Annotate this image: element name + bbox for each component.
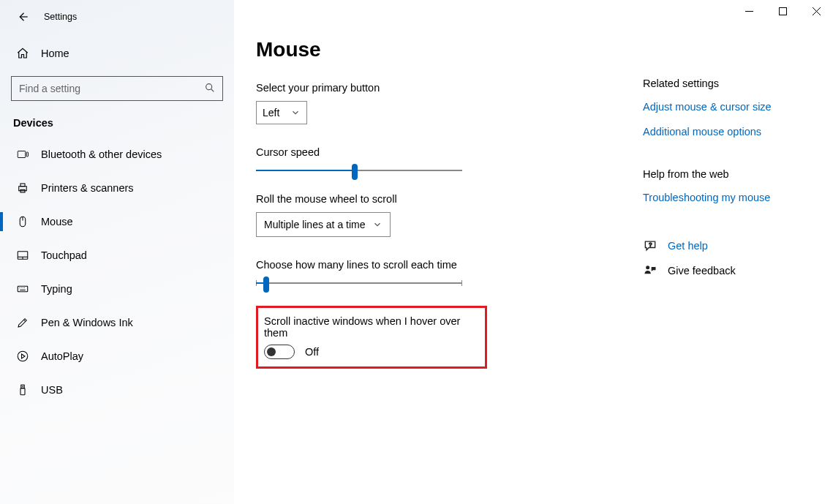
sidebar-item-mouse[interactable]: Mouse [0, 205, 234, 238]
svg-rect-4 [20, 184, 25, 187]
sidebar-item-label: Typing [41, 283, 72, 295]
home-label: Home [41, 48, 69, 59]
sidebar-item-label: Touchpad [41, 249, 87, 261]
scroll-inactive-state: Off [305, 346, 319, 358]
minimize-button[interactable] [732, 0, 766, 22]
help-chat-icon: ? [643, 238, 657, 253]
bluetooth-icon [16, 148, 29, 161]
sidebar-item-pen[interactable]: Pen & Windows Ink [0, 306, 234, 339]
chevron-down-icon [372, 219, 382, 230]
autoplay-icon [16, 350, 29, 363]
search-icon [204, 82, 216, 94]
wheel-select[interactable]: Multiple lines at a time [256, 212, 391, 237]
sidebar-item-label: Printers & scanners [41, 182, 134, 194]
svg-rect-11 [20, 388, 25, 395]
sidebar-item-label: Bluetooth & other devices [41, 148, 162, 160]
sidebar-item-label: Pen & Windows Ink [41, 317, 133, 328]
scroll-inactive-label: Scroll inactive windows when I hover ove… [264, 315, 476, 339]
sidebar-item-label: USB [41, 384, 63, 396]
primary-button-select[interactable]: Left [256, 101, 307, 124]
scroll-inactive-highlight: Scroll inactive windows when I hover ove… [256, 306, 487, 369]
close-icon [813, 7, 821, 15]
scroll-inactive-toggle[interactable] [264, 345, 295, 359]
sidebar-item-label: Mouse [41, 216, 73, 227]
minimize-icon [745, 7, 753, 15]
slider-thumb[interactable] [352, 164, 358, 180]
adjust-mouse-link[interactable]: Adjust mouse & cursor size [643, 101, 811, 113]
back-arrow-icon [16, 10, 29, 23]
category-title: Devices [0, 101, 234, 138]
sidebar-item-typing[interactable]: Typing [0, 272, 234, 306]
cursor-speed-slider[interactable] [256, 170, 462, 171]
help-heading: Help from the web [643, 168, 811, 180]
slider-thumb[interactable] [263, 277, 269, 293]
page-title: Mouse [256, 38, 804, 61]
troubleshoot-link[interactable]: Troubleshooting my mouse [643, 192, 811, 203]
svg-point-14 [646, 266, 649, 269]
svg-rect-3 [19, 187, 27, 191]
related-settings-heading: Related settings [643, 78, 811, 89]
close-button[interactable] [799, 0, 833, 22]
svg-rect-10 [21, 385, 25, 388]
feedback-label: Give feedback [668, 265, 736, 277]
sidebar: Settings Home Devices Bluetooth & other … [0, 0, 234, 504]
right-column: Related settings Adjust mouse & cursor s… [643, 78, 811, 288]
sidebar-item-bluetooth[interactable]: Bluetooth & other devices [0, 138, 234, 171]
usb-icon [16, 383, 29, 396]
back-button[interactable]: Settings [0, 6, 234, 28]
keyboard-icon [16, 282, 29, 296]
app-title: Settings [44, 12, 77, 22]
feedback-icon [643, 263, 657, 278]
home-row[interactable]: Home [0, 38, 234, 69]
sidebar-item-usb[interactable]: USB [0, 373, 234, 407]
get-help-label: Get help [668, 240, 708, 252]
wheel-value: Multiple lines at a time [264, 219, 366, 230]
sidebar-item-touchpad[interactable]: Touchpad [0, 238, 234, 272]
lines-slider[interactable] [256, 282, 462, 284]
mouse-icon [16, 215, 29, 228]
toggle-knob [267, 347, 276, 356]
sidebar-item-label: AutoPlay [41, 350, 83, 362]
chevron-down-icon [290, 108, 301, 118]
sidebar-item-autoplay[interactable]: AutoPlay [0, 339, 234, 373]
maximize-icon [779, 7, 787, 15]
feedback-row[interactable]: Give feedback [643, 263, 811, 278]
sidebar-item-printers[interactable]: Printers & scanners [0, 171, 234, 205]
printer-icon [16, 181, 29, 195]
window-controls [732, 0, 833, 22]
search-input[interactable] [11, 76, 223, 101]
svg-text:?: ? [649, 241, 652, 248]
get-help-row[interactable]: ? Get help [643, 238, 811, 253]
svg-point-9 [18, 351, 28, 361]
svg-rect-2 [26, 152, 28, 157]
svg-rect-12 [779, 7, 786, 15]
additional-mouse-link[interactable]: Additional mouse options [643, 126, 811, 138]
home-icon [16, 47, 29, 60]
touchpad-icon [16, 249, 29, 262]
main-content: Mouse Select your primary button Left Cu… [234, 0, 833, 504]
maximize-button[interactable] [766, 0, 799, 22]
svg-rect-8 [18, 286, 28, 292]
search-box[interactable] [11, 76, 223, 101]
pen-icon [16, 316, 29, 329]
svg-point-0 [206, 84, 212, 90]
primary-button-value: Left [263, 107, 279, 119]
svg-rect-1 [18, 151, 26, 158]
